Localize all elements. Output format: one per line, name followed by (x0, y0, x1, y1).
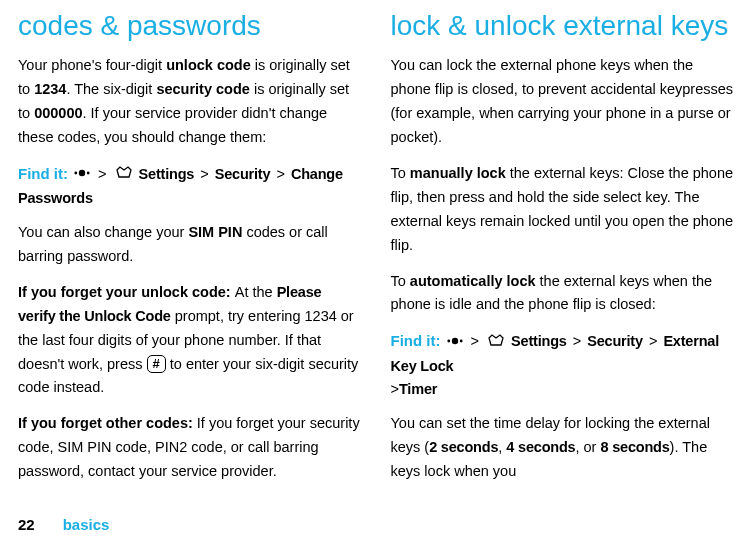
page-number: 22 (18, 516, 35, 533)
body-text: To manually lock the external keys: Clos… (391, 162, 736, 258)
svg-point-3 (451, 337, 457, 343)
findit-label: Find it: (18, 165, 68, 182)
svg-point-1 (74, 172, 77, 175)
svg-point-2 (87, 172, 90, 175)
findit-label: Find it: (391, 332, 441, 349)
page-footer: 22basics (18, 516, 109, 533)
body-text: You can set the time delay for locking t… (391, 412, 736, 484)
svg-point-5 (459, 339, 462, 342)
body-text: If you forget your unlock code: At the P… (18, 281, 363, 401)
body-text: To automatically lock the external keys … (391, 270, 736, 318)
svg-point-0 (79, 170, 85, 176)
findit-path: Find it: > Settings > Security > Change … (18, 162, 363, 211)
body-text: Your phone's four-digit unlock code is o… (18, 54, 363, 150)
center-select-icon (447, 331, 463, 355)
center-select-icon (74, 163, 90, 187)
hash-key-icon: # (147, 355, 166, 373)
heading-lock-unlock: lock & unlock external keys (391, 10, 736, 42)
body-text: If you forget other codes: If you forget… (18, 412, 363, 484)
heading-codes-passwords: codes & passwords (18, 10, 363, 42)
settings-menu-icon (115, 163, 133, 187)
section-label: basics (63, 516, 110, 533)
findit-path: Find it: > Settings > Security > Externa… (391, 329, 736, 402)
left-column: codes & passwords Your phone's four-digi… (18, 10, 363, 496)
right-column: lock & unlock external keys You can lock… (391, 10, 736, 496)
settings-menu-icon (487, 331, 505, 355)
body-text: You can lock the external phone keys whe… (391, 54, 736, 150)
body-text: You can also change your SIM PIN codes o… (18, 221, 363, 269)
svg-point-4 (447, 339, 450, 342)
